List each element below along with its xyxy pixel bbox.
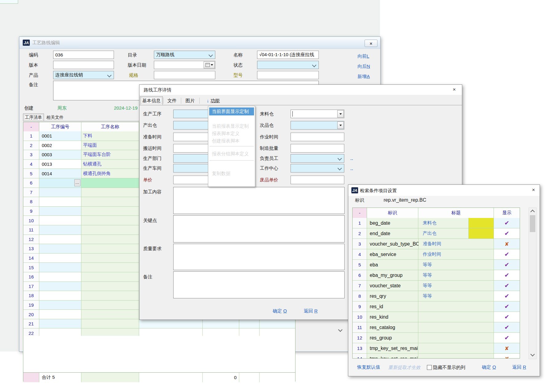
cell-op-code[interactable]: 0002 … <box>39 141 81 150</box>
cell-op-name[interactable] <box>81 291 139 301</box>
cell-field-id[interactable]: res_group <box>367 333 418 343</box>
ok-button[interactable]: 确定 O <box>482 364 496 370</box>
header-visibility[interactable]: 显示 <box>494 208 520 218</box>
cell-visibility[interactable] <box>494 249 520 260</box>
cell-field-title[interactable] <box>418 312 494 322</box>
cell-op-name[interactable]: 横通孔倒外角 <box>81 169 139 178</box>
settings-table-row[interactable]: 12 res_group <box>353 333 520 343</box>
cell-extra-3[interactable] <box>239 319 260 329</box>
cell-op-name[interactable] <box>81 282 139 291</box>
cell-extra-4[interactable] <box>260 319 295 329</box>
header-op-code[interactable]: 工序编号 <box>39 122 81 131</box>
cell-visibility[interactable] <box>494 291 520 301</box>
cell-op-name[interactable] <box>81 244 139 254</box>
cell-field-title[interactable]: 准备时间 <box>419 239 494 249</box>
cell-op-name[interactable] <box>81 188 139 197</box>
ok-button[interactable]: 确定 O <box>273 308 287 314</box>
settings-table-row[interactable]: 2 end_date 产出仓 <box>353 228 520 239</box>
cell-op-name[interactable] <box>81 263 139 272</box>
next-link[interactable]: 向后N <box>358 64 370 69</box>
cell-op-code[interactable]: … <box>39 310 81 319</box>
cell-op-name[interactable] <box>81 225 139 235</box>
defect-warehouse-combo[interactable] <box>291 121 344 130</box>
settings-table-row[interactable]: 4 eba_service 作业时间 <box>353 249 520 260</box>
cell-op-code[interactable]: … <box>39 301 81 310</box>
add-link[interactable]: 新增A <box>358 74 370 80</box>
header-field-id[interactable]: 标识 <box>367 208 418 218</box>
settings-table-row[interactable]: 6 eba_my_group 等等 <box>353 270 520 281</box>
menu-item-group-script[interactable]: 报表分组脚本定义 <box>209 150 254 158</box>
settings-table-row[interactable]: 1 beg_date 来料仓 <box>353 218 520 228</box>
tab-related-files[interactable]: 相关文件 <box>45 114 65 121</box>
cell-op-code[interactable]: … <box>39 178 81 188</box>
cell-field-title[interactable] <box>418 301 494 312</box>
header-index[interactable]: - <box>353 208 367 218</box>
scrollbar-down-arrow[interactable] <box>530 352 535 358</box>
in-warehouse-combo[interactable] <box>291 110 344 118</box>
cell-field-title[interactable]: 等等 <box>418 260 494 270</box>
cell-field-id[interactable]: res_qry <box>367 291 418 301</box>
cell-op-name[interactable] <box>81 310 139 319</box>
tab-images[interactable]: 图片 <box>181 96 199 105</box>
titlebar[interactable] <box>19 37 380 49</box>
cell-field-id[interactable]: eba <box>367 260 418 270</box>
cell-op-code[interactable]: 0001 … <box>39 131 81 141</box>
dropdown-button[interactable] <box>337 122 344 129</box>
cell-op-code[interactable]: … <box>39 188 81 197</box>
cell-field-id[interactable]: tmp_key_set_res_mai <box>367 343 418 354</box>
dropdown-button[interactable] <box>337 110 344 118</box>
cell-op-code[interactable]: … <box>39 254 81 263</box>
cell-visibility[interactable] <box>494 239 520 249</box>
scrollbar-up-arrow[interactable] <box>530 208 535 214</box>
cell-op-code[interactable]: 0013 … <box>39 160 81 169</box>
work-time-input[interactable] <box>291 133 344 141</box>
cell-op-name[interactable] <box>81 272 139 282</box>
settings-table-row[interactable]: 7 voucher_state 等等 <box>353 281 520 291</box>
cell-field-title[interactable]: 来料仓 <box>418 218 494 228</box>
hide-columns-checkbox[interactable] <box>427 365 432 370</box>
code-input[interactable]: 036 <box>53 51 114 59</box>
employee-dropdown[interactable] <box>291 154 344 163</box>
tab-process-list[interactable]: 工序清单 <box>23 114 44 121</box>
titlebar[interactable] <box>139 85 462 95</box>
version-date-input[interactable] <box>154 61 215 69</box>
prev-link[interactable]: 向前L <box>358 53 369 59</box>
settings-table-row[interactable]: 9 res_id <box>353 301 520 312</box>
cell-field-id[interactable]: eba_service <box>367 249 418 260</box>
model-input[interactable] <box>257 71 319 79</box>
cell-visibility[interactable] <box>494 343 520 354</box>
cell-op-code[interactable]: … <box>39 216 81 225</box>
workcenter-browse-link[interactable]: .. <box>350 166 353 171</box>
key-points-textarea[interactable] <box>173 215 345 243</box>
name-input[interactable]: √04-01-1-1-10 (连接座拉线 <box>257 51 319 59</box>
settings-table-row[interactable]: 10 res_kind <box>353 312 520 322</box>
cell-op-code[interactable]: … <box>39 235 81 244</box>
cell-op-name[interactable] <box>81 235 139 244</box>
cell-op-code[interactable]: … <box>39 328 81 336</box>
cell-op-name[interactable] <box>81 197 139 207</box>
cell-visibility[interactable] <box>494 354 520 358</box>
cell-op-name[interactable]: 下料 <box>81 131 139 141</box>
scrap-price-input[interactable] <box>291 176 344 184</box>
remark-textarea[interactable] <box>173 271 345 298</box>
cell-field-id[interactable]: res_kind <box>367 312 418 322</box>
employee-browse-link[interactable]: .. <box>350 156 353 161</box>
cell-field-title[interactable] <box>418 322 494 333</box>
process-table-row[interactable]: 22 … <box>23 328 295 336</box>
cell-field-id[interactable]: end_date <box>367 228 418 239</box>
cell-op-name[interactable] <box>81 207 139 216</box>
batch-input[interactable] <box>291 144 344 153</box>
cell-field-id[interactable]: tmp_key_set_res_mai <box>367 354 418 358</box>
menu-item-ui-customize[interactable]: 当前界面显示定制 <box>209 107 254 115</box>
cell-op-code[interactable]: … <box>39 291 81 301</box>
cell-field-title[interactable] <box>418 354 494 358</box>
cell-field-id[interactable]: voucher_state <box>367 281 418 291</box>
menu-item-copy-data[interactable]: 复制数据 <box>209 169 254 177</box>
color-swatch[interactable] <box>468 228 494 239</box>
cell-op-code[interactable]: 0003 … <box>39 150 81 160</box>
cell-extra-4[interactable] <box>260 328 295 336</box>
cell-field-title[interactable]: 等等 <box>418 291 494 301</box>
cell-op-name[interactable] <box>81 216 139 225</box>
cell-op-code[interactable]: … <box>39 225 81 235</box>
cell-field-title[interactable]: 等等 <box>418 281 494 291</box>
